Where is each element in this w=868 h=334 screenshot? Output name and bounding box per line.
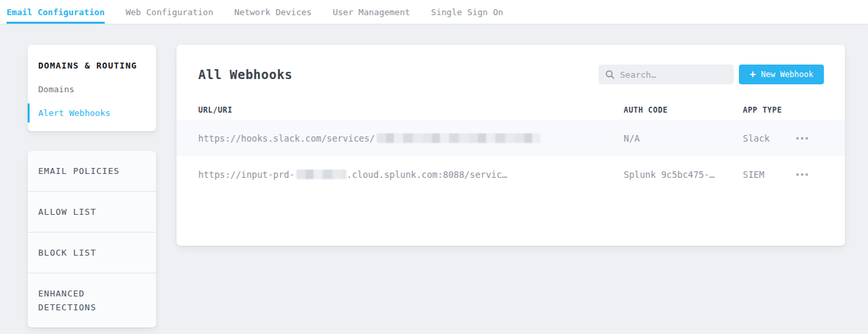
top-nav: Email Configuration Web Configuration Ne…: [0, 0, 868, 24]
tab-label: User Management: [333, 7, 410, 17]
page-content: DOMAINS & ROUTING Domains Alert Webhooks…: [0, 24, 868, 327]
sidebar-item-domains[interactable]: Domains: [28, 84, 156, 94]
ellipsis-icon[interactable]: [795, 169, 809, 180]
auth-code-cell: Splunk 9c5bc475-…: [624, 169, 743, 180]
table-header-row: URL/URI AUTH CODE APP TYPE: [176, 100, 845, 120]
tab-user-management[interactable]: User Management: [333, 0, 410, 24]
active-tab-underline: [7, 22, 105, 24]
tab-single-sign-on[interactable]: Single Sign On: [431, 0, 504, 24]
new-webhook-button-label: New Webhook: [761, 70, 813, 79]
page-title: All Webhooks: [198, 67, 292, 82]
table-row[interactable]: https://hooks.slack.com/services/ N/A Sl…: [176, 120, 845, 156]
new-webhook-button[interactable]: + New Webhook: [739, 65, 824, 84]
search-input[interactable]: [620, 70, 727, 80]
column-header-url: URL/URI: [198, 105, 624, 115]
sidebar-item-label: Domains: [38, 84, 74, 94]
webhooks-table: URL/URI AUTH CODE APP TYPE https://hooks…: [176, 100, 845, 192]
column-header-auth-code: AUTH CODE: [624, 105, 743, 115]
url-text: .cloud.splunk.com:8088/servic…: [346, 169, 507, 180]
header-actions: + New Webhook: [599, 65, 824, 84]
panel-header: All Webhooks + New Webhook: [176, 45, 845, 84]
domains-routing-heading: DOMAINS & ROUTING: [28, 61, 156, 70]
redacted-blur: [377, 133, 541, 143]
sidebar-item-email-policies[interactable]: EMAIL POLICIES: [28, 151, 156, 191]
sidebar: DOMAINS & ROUTING Domains Alert Webhooks…: [28, 45, 156, 327]
webhook-url-cell: https://input-prd- .cloud.splunk.com:808…: [198, 169, 624, 180]
tab-label: Email Configuration: [7, 7, 105, 17]
domains-routing-card: DOMAINS & ROUTING Domains Alert Webhooks: [28, 45, 156, 131]
ellipsis-icon[interactable]: [795, 133, 809, 144]
url-text: https://input-prd-: [198, 169, 294, 180]
redacted-blur: [296, 169, 346, 179]
url-text: https://hooks.slack.com/services/: [198, 133, 375, 144]
plus-icon: +: [749, 70, 755, 80]
sidebar-section-label: ENHANCED DETECTIONS: [38, 289, 96, 312]
sidebar-sections-card: EMAIL POLICIES ALLOW LIST BLOCK LIST ENH…: [28, 151, 156, 327]
auth-code-cell: N/A: [624, 133, 743, 144]
app-type-cell: SIEM: [743, 169, 795, 180]
tab-label: Network Devices: [234, 7, 312, 17]
sidebar-item-allow-list[interactable]: ALLOW LIST: [28, 191, 156, 232]
tab-label: Single Sign On: [431, 7, 504, 17]
search-icon: [605, 70, 614, 79]
sidebar-item-block-list[interactable]: BLOCK LIST: [28, 232, 156, 273]
app-type-cell: Slack: [743, 133, 795, 144]
tab-email-configuration[interactable]: Email Configuration: [7, 0, 105, 24]
sidebar-section-label: ALLOW LIST: [38, 207, 96, 217]
webhook-url-cell: https://hooks.slack.com/services/: [198, 133, 624, 144]
active-item-indicator: [28, 103, 30, 123]
sidebar-section-label: BLOCK LIST: [38, 248, 96, 258]
webhooks-panel: All Webhooks + New Webhook URL/URI A: [176, 45, 845, 246]
tab-label: Web Configuration: [126, 7, 213, 17]
tab-web-configuration[interactable]: Web Configuration: [126, 0, 213, 24]
table-row[interactable]: https://input-prd- .cloud.splunk.com:808…: [176, 156, 845, 192]
tab-network-devices[interactable]: Network Devices: [234, 0, 312, 24]
column-header-app-type: APP TYPE: [743, 105, 795, 115]
sidebar-item-alert-webhooks[interactable]: Alert Webhooks: [28, 108, 156, 118]
sidebar-item-enhanced-detections[interactable]: ENHANCED DETECTIONS: [28, 273, 156, 327]
search-box[interactable]: [599, 65, 734, 84]
sidebar-section-label: EMAIL POLICIES: [38, 166, 120, 176]
sidebar-item-label: Alert Webhooks: [38, 108, 111, 118]
